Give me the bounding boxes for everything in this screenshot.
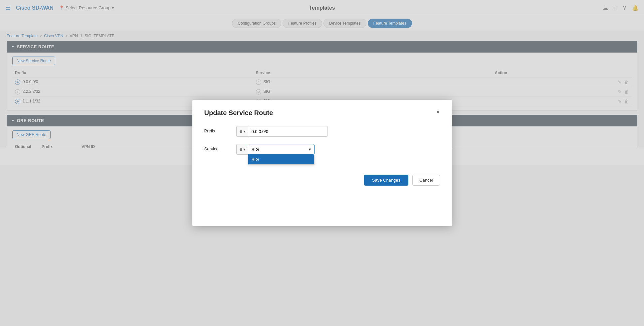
prefix-globe-button[interactable]: ⊕ ▾	[236, 126, 248, 137]
service-dropdown-item-sig[interactable]: SIG	[248, 155, 314, 164]
modal-close-button[interactable]: ×	[436, 109, 440, 115]
service-globe-button[interactable]: ⊕ ▾	[236, 144, 248, 155]
prefix-form-row: Prefix ⊕ ▾	[204, 126, 440, 137]
prefix-globe-icon: ⊕	[239, 129, 243, 134]
modal-cancel-button[interactable]: Cancel	[412, 175, 440, 186]
prefix-input[interactable]	[248, 126, 328, 137]
prefix-label: Prefix	[204, 126, 231, 133]
service-label: Service	[204, 144, 231, 151]
update-service-route-modal: Update Service Route × Prefix ⊕ ▾ Servic…	[192, 100, 452, 226]
service-select[interactable]: SIG	[248, 144, 315, 155]
service-globe-icon: ⊕	[239, 147, 243, 152]
service-dropdown-list: SIG	[248, 155, 315, 165]
modal-header: Update Service Route ×	[204, 109, 440, 117]
service-form-row: Service ⊕ ▾ SIG ▼ SIG	[204, 144, 440, 155]
service-globe-arrow: ▾	[243, 147, 245, 152]
service-control-group: ⊕ ▾ SIG ▼ SIG	[236, 144, 315, 155]
save-changes-button[interactable]: Save Changes	[364, 175, 408, 186]
modal-title: Update Service Route	[204, 109, 273, 117]
prefix-globe-arrow: ▾	[243, 129, 245, 134]
prefix-control-group: ⊕ ▾	[236, 126, 328, 137]
service-select-wrapper: SIG ▼ SIG	[248, 144, 315, 155]
modal-form: Prefix ⊕ ▾ Service ⊕ ▾ SIG	[204, 126, 440, 155]
modal-footer: Save Changes Cancel	[204, 175, 440, 186]
